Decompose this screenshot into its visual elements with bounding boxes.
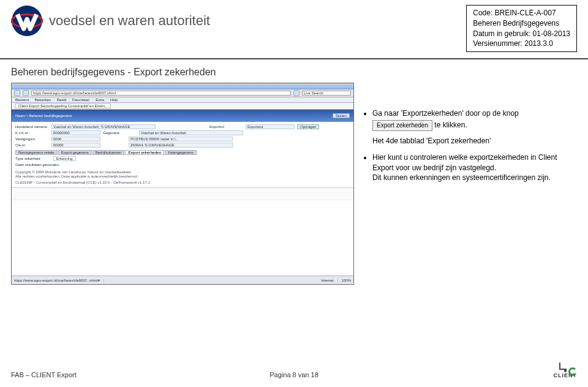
instr2-text1: Hier kunt u controleren welke exportzeke… [372,153,557,172]
instr2-text2: Dit kunnen erkenningen en systeemcertifi… [372,173,551,182]
app-header-bar: Naam > Beheren bedrijfsgegevens Sluiten [12,110,353,122]
address-bar[interactable]: https://www.agro-export.nl/cce/faces/cle… [31,91,291,96]
app-version: CLE0199F - Consumptief en Eindmateriaal … [15,181,350,184]
tab-export[interactable]: Export gegevens [58,150,92,155]
copyright1: Copyright © 2009 Ministerie van Landbouw… [15,170,350,174]
footer-left: FAB – CLIENT Export [11,371,77,378]
app-screenshot: https://www.agro-export.nl/cce/faces/cle… [11,83,354,285]
page-footer: FAB – CLIENT Export Pagina 8 van 18 CLIE… [11,364,577,378]
meta-version: Versienummer: 2013.3.0 [473,39,570,49]
tab-zekerheden[interactable]: Export zekerheden [125,150,164,155]
val-exportrol[interactable]: Exporteur [246,124,295,129]
instr1-pre: Ga naar 'Exportzekerheden' door op de kn… [372,109,519,118]
sel-type[interactable]: Erkenning [53,156,76,161]
menu-help[interactable]: Help [110,98,118,102]
main-content-row: https://www.agro-export.nl/cce/faces/cle… [0,83,588,285]
page-header: voedsel en waren autoriteit Code: BREIN-… [0,0,588,54]
org-name: voedsel en waren autoriteit [49,13,210,29]
menu-extra[interactable]: Extra [96,98,104,102]
browser-tabs: Client Export Sectorkoppeling Consumptie… [12,103,353,110]
val-cle: 00000 [51,143,100,148]
meta-date: Datum in gebruik: 01-08-2013 [473,29,570,39]
meta-code: Code: BREIN-CLE-A-007 [473,8,570,18]
no-results-msg: Geen resultaten gevonden. [15,163,350,167]
val-gegevens: Voedsel en Waren Autoriteit [139,130,243,135]
instr1-post: te klikken. [434,121,467,129]
vwa-logo-icon [11,5,43,37]
footer-right: CLIENT [554,364,578,378]
instr1-sub: Het 4de tabblad 'Export zekerheden' [372,137,491,145]
tab-bedrijf[interactable]: Bedrijfsobjecten [92,150,125,155]
instruction-column: Ga naar 'Exportzekerheden' door op de kn… [363,83,577,189]
status-zoom: 100% [342,279,351,282]
logo-block: voedsel en waren autoriteit [11,5,210,37]
client-logo-icon [564,363,567,372]
browser-statusbar: https://www.agro-export.nl/cce/faces/cle… [12,276,353,284]
instruction-1: Ga naar 'Exportzekerheden' door op de kn… [372,108,577,146]
browser-toolbar: https://www.agro-export.nl/cce/faces/cle… [12,89,353,97]
app-tabs: Basisgegevens relatie Export gegevens Be… [15,150,350,155]
menu-file[interactable]: Bestand [15,98,29,102]
lbl-kvk: K.v.K.nr [15,131,49,135]
val-kvk: 00000000 [51,130,100,135]
val-addr1: POSTBUS 00000 nader in t... [129,137,233,141]
refresh-button[interactable] [293,90,300,96]
menu-edit[interactable]: Bewerken [35,98,51,102]
val-addr2: 2500AA 'S-GRAVENHAGE [129,143,233,148]
lbl-exportrol: Exportrol [209,125,243,129]
val-handelend[interactable]: Voedsel en Waren Autoriteit; '5-GRAVENHA… [51,124,156,129]
lbl-vest: Vestigingsnr [15,137,49,141]
lbl-handelend: Handelend namens [15,125,49,129]
form-area: Handelend namens Voedsel en Waren Autori… [12,122,353,188]
tab-basis[interactable]: Basisgegevens relatie [15,150,58,155]
instruction-2: Hier kunt u controleren welke exportzeke… [372,152,577,183]
menu-view[interactable]: Beeld [57,98,66,102]
val-vest: 0000 [51,137,100,141]
status-url: https://www.agro-export.nl/cce/faces/cle… [14,279,104,282]
header-divider [0,58,588,59]
meta-title: Beheren Bedrijfsgegevens [473,18,570,29]
window-titlebar [12,83,353,89]
blank-area [12,200,353,284]
lbl-type: Type zekerheid [15,157,52,160]
forward-button[interactable] [23,90,29,96]
browser-menu: Bestand Bewerken Beeld Favorieten Extra … [12,97,353,103]
footer-page-number: Pagina 8 van 18 [270,371,318,378]
lbl-gegevens: Gegevens [103,131,137,135]
opvragen-button[interactable]: Opvragen [297,124,319,129]
section-title: Beheren bedrijfsgegevens - Export zekerh… [11,67,577,78]
export-zekerheden-button[interactable]: Export zekerheden [372,120,432,131]
back-button[interactable] [14,90,20,96]
menu-fav[interactable]: Favorieten [72,98,89,102]
doc-meta-box: Code: BREIN-CLE-A-007 Beheren Bedrijfsge… [466,5,577,52]
browser-tab[interactable]: Client Export Sectorkoppeling Consumptie… [15,103,111,108]
breadcrumb: Naam > Beheren bedrijfsgegevens [15,114,72,118]
close-button[interactable]: Sluiten [333,113,350,118]
tab-keten[interactable]: Ketengegevens [165,150,197,155]
subform: Type zekerheid Erkenning [15,157,350,160]
app-footer: Copyright © 2009 Ministerie van Landbouw… [15,170,350,184]
copyright2: Alle rechten voorbehouden. Deze applicat… [15,175,350,178]
status-zone: Internet [321,279,337,282]
lbl-cle: Cle-nr [15,143,49,147]
search-box[interactable]: Live Search [302,91,351,96]
